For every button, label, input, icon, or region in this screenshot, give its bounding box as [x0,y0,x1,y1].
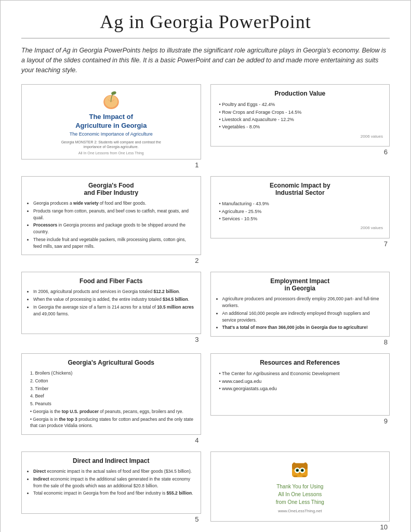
slide-2-heading: Georgia's Foodand Fiber Industry [28,182,194,196]
slide-9-bullets: The Center for Agribusiness and Economic… [217,370,383,392]
slide-4-wrapper: Georgia's Agricultural Goods 1. Broilers… [21,353,201,444]
list-item: 2. Cotton [30,378,194,384]
list-item: 3. Timber [30,385,194,392]
list-item: Total economic impact in Georgia from th… [33,490,194,497]
svg-rect-13 [302,476,306,477]
list-item: The Center for Agribusiness and Economic… [219,370,383,377]
intro-text: The Impact of Ag in Georgia PowerPoints … [21,46,390,75]
svg-point-10 [302,470,303,471]
slide-2-bullets: Georgia produces a wide variety of food … [28,200,194,249]
slide-7-wrapper: Economic Impact byIndustrial Sector Manu… [210,176,390,264]
slide-10-inner: Thank You for Using All In One Lessons f… [217,457,383,517]
list-item: Agriculture - 25.5% [219,208,383,215]
slide-10-wrapper: Thank You for Using All In One Lessons f… [210,451,390,531]
slide-3-bullets: In 2006, agricultural products and servi… [28,288,194,317]
list-item: When the value of processing is added, t… [33,296,194,303]
slide-4-bullets: 1. Broilers (Chickens) 2. Cotton 3. Timb… [28,370,194,429]
list-item: Georgia produces a wide variety of food … [33,200,194,207]
peach-icon [101,90,121,111]
slide-1-title: The Impact ofAgriculture in Georgia [75,113,147,130]
slide-6-year: 2006 values [217,134,383,139]
slide-10: Thank You for Using All In One Lessons f… [210,451,390,522]
slide-10-text: Thank You for Using All In One Lessons f… [276,483,324,506]
slides-grid: The Impact ofAgriculture in Georgia The … [21,84,390,531]
list-item: 1. Broilers (Chickens) [30,370,194,377]
slide-1-logo: All In One Lessons from One Less Thing [78,151,144,155]
slide-9-heading: Resources and References [217,359,383,366]
svg-point-9 [297,470,298,471]
page: Ag in Georgia PowerPoint The Impact of A… [0,0,411,532]
list-item: www.georgiastats.uga.edu [219,385,383,392]
list-item: Indirect economic impact is the addition… [33,476,194,489]
slide-3-number: 3 [195,336,201,343]
list-item: Services - 10.5% [219,215,383,222]
slide-10-url: www.OneLessThing.net [278,509,322,513]
slide-6: Production Value Poultry and Eggs - 42.4… [210,84,390,147]
slide-2-number: 2 [195,257,201,264]
list-item: Vegetables - 8.0% [219,123,383,130]
svg-rect-14 [293,463,296,466]
slide-3-heading: Food and Fiber Facts [28,277,194,285]
list-item: Direct economic impact is the actual sal… [33,468,194,475]
slide-5-bullets: Direct economic impact is the actual sal… [28,468,194,497]
slide-1-wrapper: The Impact ofAgriculture in Georgia The … [21,84,201,169]
slide-10-number: 10 [380,523,390,531]
slide-2: Georgia's Foodand Fiber Industry Georgia… [21,176,201,255]
list-item: In Georgia the average size of a farm is… [33,304,194,317]
slide-1-number: 1 [195,161,201,169]
slide-8-bullets: Agriculture producers and processors dir… [217,296,383,331]
list-item: Poultry and Eggs - 42.4% [219,101,383,108]
list-item: Agriculture producers and processors dir… [222,296,383,309]
slide-8-wrapper: Employment Impactin Georgia Agriculture … [210,272,390,346]
slide-1-small: Georgia MONSTER 2: Students will compare… [61,140,161,149]
list-item: Products range from cotton, peanuts, and… [33,208,194,221]
slide-5-wrapper: Direct and Indirect Impact Direct econom… [21,451,201,531]
owl-icon [290,461,309,480]
list-item: These include fruit and vegetable packer… [33,236,194,250]
slide-4-number: 4 [195,436,201,444]
svg-rect-15 [304,463,307,466]
slide-7-number: 7 [384,240,390,248]
slide-2-wrapper: Georgia's Foodand Fiber Industry Georgia… [21,176,201,264]
slide-9-wrapper: Resources and References The Center for … [210,353,390,444]
slide-6-bullets: Poultry and Eggs - 42.4% Row Crops and F… [217,101,383,131]
slide-8: Employment Impactin Georgia Agriculture … [210,272,390,337]
list-item: Row Crops and Forage Crops - 14.5% [219,109,383,116]
slide-8-number: 8 [384,338,390,346]
slide-3: Food and Fiber Facts In 2006, agricultur… [21,272,201,334]
list-item: Processors in Georgia process and packag… [33,222,194,235]
list-item: That's a total of more than 366,000 jobs… [222,324,383,331]
svg-point-2 [111,91,116,96]
list-item: Manufacturing - 43.9% [219,200,383,207]
slide-1-subtitle: The Economic Importance of Agriculture [70,131,153,137]
slide-9: Resources and References The Center for … [210,353,390,416]
slide-1: The Impact ofAgriculture in Georgia The … [21,84,201,159]
list-item: Livestock and Aquaculture - 12.2% [219,116,383,123]
list-item: In 2006, agricultural products and servi… [33,288,194,295]
slide-4-heading: Georgia's Agricultural Goods [28,359,194,366]
list-item: • Georgia is the top U.S. producer of pe… [30,408,194,415]
list-item: 4. Beef [30,393,194,400]
slide-5: Direct and Indirect Impact Direct econom… [21,451,201,514]
slide-5-heading: Direct and Indirect Impact [28,457,194,464]
list-item: • Georgia is in the top 3 producing stat… [30,416,194,430]
slide-7-year: 2006 values [217,225,383,230]
slide-7-heading: Economic Impact byIndustrial Sector [217,182,383,196]
slide-5-number: 5 [195,515,201,523]
slide-9-number: 9 [384,417,390,425]
page-title: Ag in Georgia PowerPoint [21,11,390,33]
slide-4: Georgia's Agricultural Goods 1. Broilers… [21,353,201,435]
slide-3-wrapper: Food and Fiber Facts In 2006, agricultur… [21,272,201,346]
slide-6-heading: Production Value [217,90,383,97]
slide-1-inner: The Impact ofAgriculture in Georgia The … [28,90,194,155]
list-item: www.caed.uga.edu [219,378,383,385]
list-item: An additional 160,000 people are indirec… [222,310,383,324]
slide-6-wrapper: Production Value Poultry and Eggs - 42.4… [210,84,390,169]
slide-7-bullets: Manufacturing - 43.9% Agriculture - 25.5… [217,200,383,222]
slide-6-number: 6 [384,148,390,156]
main-content: Ag in Georgia PowerPoint The Impact of A… [1,1,410,532]
slide-8-heading: Employment Impactin Georgia [217,277,383,292]
svg-rect-12 [294,476,297,477]
slide-7: Economic Impact byIndustrial Sector Manu… [210,176,390,238]
list-item: 5. Peanuts [30,401,194,407]
